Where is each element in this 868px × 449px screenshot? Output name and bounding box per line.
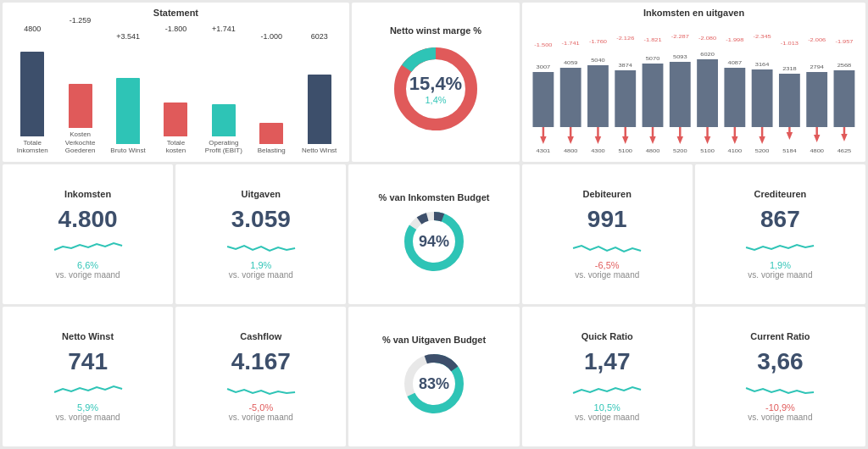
- bar-operating-profit: +1.741 OperatingProfit (EBIT): [203, 25, 245, 155]
- debiteuren-value: 991: [587, 206, 627, 233]
- statement-chart: 4800 TotaleInkomsten -1.259 KostenVerkoc…: [11, 21, 341, 157]
- svg-text:5100: 5100: [619, 148, 633, 153]
- middle-row: Inkomsten 4.800 6,6% vs. vorige maand Ui…: [3, 164, 865, 304]
- svg-marker-36: [677, 136, 683, 144]
- netto-winst-title: Netto Winst: [62, 331, 114, 341]
- current-ratio-wave: [717, 382, 843, 397]
- statement-card: Statement 4800 TotaleInkomsten -1.259: [3, 3, 349, 162]
- bar-kosten: -1.259 KostenVerkochteGoederen: [58, 16, 101, 155]
- svg-rect-9: [560, 68, 581, 127]
- quick-ratio-wave: [544, 382, 670, 397]
- quick-ratio-card: Quick Ratio 1,47 10,5% vs. vorige maand: [522, 307, 693, 446]
- bottom-row: Netto Winst 741 5,9% vs. vorige maand Ca…: [3, 307, 865, 446]
- uitgaven-change: 1,9%: [250, 260, 271, 270]
- svg-marker-60: [787, 132, 793, 140]
- ieu-chart-wrapper: 3007 4301 -1.500 4059 4800 -1.741 5040 4: [529, 21, 859, 157]
- svg-text:4301: 4301: [537, 148, 551, 153]
- debiteuren-wave: [544, 240, 670, 255]
- svg-text:5200: 5200: [673, 148, 687, 153]
- svg-marker-12: [568, 136, 574, 144]
- uitgaven-budget-donut: 83%: [400, 350, 468, 418]
- svg-text:2794: 2794: [810, 64, 825, 69]
- svg-text:3164: 3164: [755, 62, 770, 67]
- svg-text:-2.080: -2.080: [698, 36, 716, 41]
- svg-text:-1.821: -1.821: [644, 37, 662, 42]
- cashflow-change: -5,0%: [248, 402, 273, 413]
- svg-text:-1.957: -1.957: [836, 39, 854, 44]
- svg-marker-54: [760, 136, 765, 144]
- svg-rect-27: [643, 64, 664, 127]
- current-ratio-change: -10,9%: [765, 402, 795, 413]
- svg-text:2318: 2318: [782, 66, 797, 71]
- svg-text:-1.013: -1.013: [781, 41, 798, 46]
- netto-winst-vs: vs. vorige maand: [56, 413, 120, 422]
- svg-text:5070: 5070: [646, 56, 660, 61]
- uitgaven-value: 3.059: [231, 206, 291, 233]
- current-ratio-title: Current Ratio: [750, 331, 810, 341]
- uitgaven-title: Uitgaven: [242, 189, 281, 199]
- bar-bruto-winst: +3.541 Bruto Winst: [107, 32, 149, 155]
- svg-text:-2.006: -2.006: [808, 37, 826, 42]
- netto-sub: 1,4%: [409, 95, 462, 105]
- svg-text:4059: 4059: [564, 60, 578, 65]
- crediteuren-value: 867: [760, 206, 800, 233]
- svg-text:5200: 5200: [755, 148, 770, 153]
- uitgaven-vs: vs. vorige maand: [229, 270, 293, 280]
- svg-rect-33: [670, 62, 691, 127]
- quick-ratio-value: 1,47: [584, 348, 631, 375]
- inkomsten-title: Inkomsten: [64, 189, 111, 199]
- ieu-card: Inkomsten en uitgaven 3007 4301 -1.500 4…: [522, 3, 865, 162]
- inkomsten-budget-card: % van Inkomsten Budget 94%: [348, 164, 519, 304]
- cashflow-wave: [198, 382, 324, 397]
- current-ratio-vs: vs. vorige maand: [748, 413, 812, 422]
- cashflow-value: 4.167: [231, 348, 291, 375]
- dashboard: Statement 4800 TotaleInkomsten -1.259: [0, 0, 868, 449]
- bar-totale-inkomsten: 4800 TotaleInkomsten: [11, 25, 53, 155]
- netto-winst-value: 741: [68, 348, 108, 375]
- svg-text:4800: 4800: [646, 148, 660, 153]
- bar-netto-winst-stmt: 6023 Netto Winst: [298, 32, 340, 155]
- svg-text:2568: 2568: [837, 63, 852, 68]
- svg-text:6020: 6020: [700, 52, 715, 57]
- crediteuren-wave: [717, 240, 843, 255]
- svg-rect-51: [752, 69, 773, 127]
- svg-text:4100: 4100: [728, 148, 743, 153]
- quick-ratio-title: Quick Ratio: [581, 331, 633, 341]
- svg-marker-18: [595, 136, 601, 144]
- crediteuren-title: Crediteuren: [754, 189, 807, 199]
- svg-marker-66: [814, 135, 820, 142]
- svg-text:-2.126: -2.126: [616, 36, 634, 41]
- svg-text:-2.345: -2.345: [754, 34, 771, 39]
- quick-ratio-vs: vs. vorige maand: [575, 413, 639, 422]
- svg-text:5093: 5093: [673, 54, 687, 59]
- crediteuren-change: 1,9%: [770, 260, 791, 270]
- crediteuren-card: Crediteuren 867 1,9% vs. vorige maand: [695, 164, 865, 304]
- inkomsten-budget-title: % van Inkomsten Budget: [379, 192, 490, 202]
- current-ratio-value: 3,66: [757, 348, 804, 375]
- uitgaven-budget-card: % van Uitgaven Budget 83%: [348, 307, 519, 446]
- netto-winst-card: Netto Winst 741 5,9% vs. vorige maand: [3, 307, 173, 446]
- uitgaven-budget-title: % van Uitgaven Budget: [382, 335, 486, 345]
- statement-title: Statement: [153, 8, 198, 18]
- uitgaven-budget-pct: 83%: [419, 374, 449, 392]
- svg-text:4300: 4300: [591, 148, 605, 153]
- svg-marker-42: [704, 136, 710, 144]
- svg-text:-1.760: -1.760: [589, 39, 607, 44]
- svg-marker-48: [732, 136, 737, 144]
- cashflow-card: Cashflow 4.167 -5,0% vs. vorige maand: [175, 307, 346, 446]
- svg-rect-63: [806, 72, 827, 127]
- uitgaven-wave: [198, 240, 324, 255]
- netto-pct: 15,4%: [409, 73, 462, 95]
- svg-rect-21: [615, 70, 636, 127]
- inkomsten-budget-pct: 94%: [419, 232, 449, 250]
- svg-text:5040: 5040: [591, 58, 605, 63]
- inkomsten-value: 4.800: [58, 206, 118, 233]
- uitgaven-card: Uitgaven 3.059 1,9% vs. vorige maand: [175, 164, 346, 304]
- svg-rect-3: [533, 72, 554, 127]
- svg-text:-1.998: -1.998: [726, 37, 743, 42]
- bar-belasting: -1.000 Belasting: [250, 32, 292, 155]
- cashflow-title: Cashflow: [240, 331, 281, 341]
- inkomsten-wave: [25, 240, 151, 255]
- svg-text:4800: 4800: [810, 148, 825, 153]
- inkomsten-change: 6,6%: [77, 260, 98, 270]
